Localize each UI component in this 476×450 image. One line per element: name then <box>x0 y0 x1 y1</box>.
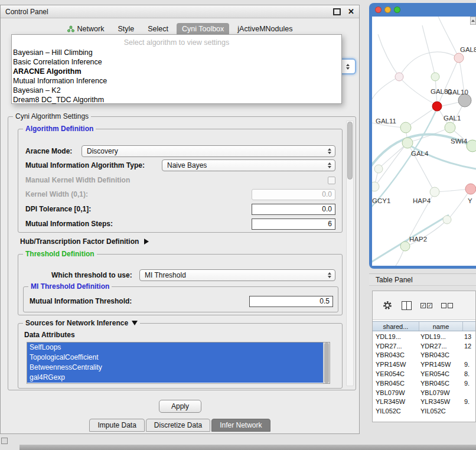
dropdown-item[interactable]: Mutual Information Inference <box>12 76 341 86</box>
collapsed-panel-strip[interactable] <box>19 445 476 450</box>
node-gal8[interactable] <box>454 53 464 63</box>
gear-icon[interactable] <box>382 300 393 311</box>
apply-button[interactable]: Apply <box>159 400 201 413</box>
table-row[interactable]: YDR27... YDR27... 12 <box>373 341 475 351</box>
cell: YIL052C <box>373 407 419 415</box>
attribute-list-scrollbar[interactable] <box>323 343 330 383</box>
dropdown-item[interactable]: Bayesian – K2 <box>12 86 341 95</box>
node-pale-3[interactable] <box>374 165 383 173</box>
data-attributes-list: SelfLoops TopologicalCoefficient Between… <box>27 342 330 384</box>
node-label: GAL10 <box>447 89 468 96</box>
select-columns-icon[interactable] <box>402 301 412 310</box>
tab-network[interactable]: Network <box>62 23 110 35</box>
sources-group-title[interactable]: Sources for Network Inference <box>23 319 140 327</box>
manual-kernel-checkbox[interactable] <box>328 177 335 184</box>
column-header-shared-name[interactable]: shared... <box>373 322 419 331</box>
column-header-name[interactable]: name <box>419 322 463 331</box>
tab-cyni-toolbox[interactable]: Cyni Toolbox <box>177 23 229 35</box>
cell: YDL19... <box>419 333 463 340</box>
aracne-mode-combo[interactable]: Discovery <box>81 145 335 157</box>
combo-arrows-icon <box>328 272 331 278</box>
float-window-icon[interactable] <box>333 8 341 15</box>
table-header-row: shared... name <box>373 321 475 331</box>
tab-jactivemnodules[interactable]: jActiveMNodules <box>232 23 298 35</box>
node-label: GAL8 <box>460 46 476 53</box>
node-gal4[interactable] <box>402 138 413 148</box>
table-row[interactable]: YDL19... YDL19... 13 <box>373 332 475 341</box>
table-body: YDL19... YDL19... 13 YDR27... YDR27... 1… <box>373 332 475 416</box>
node-gal10-hub[interactable] <box>458 94 471 107</box>
network-scroll-up-button[interactable] <box>470 17 476 25</box>
restore-panel-icon[interactable] <box>1 438 8 444</box>
threshold-definition-group: Threshold Definition Which threshold to … <box>18 254 343 315</box>
sources-group: Sources for Network Inference Data Attri… <box>18 323 343 389</box>
table-row[interactable]: YER054C YER054C 8. <box>373 369 475 379</box>
attribute-list-scrollbar-thumb[interactable] <box>324 343 329 383</box>
node-selected-red[interactable] <box>432 102 442 111</box>
close-icon[interactable]: ✕ <box>348 7 354 16</box>
cell: YLR345W <box>373 398 419 405</box>
node-pink-right[interactable] <box>465 184 476 194</box>
which-threshold-combo[interactable]: MI Threshold <box>139 269 335 281</box>
attribute-item-selected[interactable]: TopologicalCoefficient <box>27 353 323 363</box>
node-pale-4[interactable] <box>430 187 439 197</box>
table-row[interactable]: YPR145W YPR145W 9. <box>373 360 475 369</box>
zoom-traffic-icon[interactable] <box>394 6 400 13</box>
tab-impute-data[interactable]: Impute Data <box>89 419 144 432</box>
network-view-window: GAL8 GAL80 GAL10 GAL11 GAL1 SWI4 GAL4 GC… <box>369 3 476 269</box>
minimize-traffic-icon[interactable] <box>384 6 391 13</box>
table-row[interactable]: YIL052C YIL052C <box>373 406 475 416</box>
algorithm-combo-remnant[interactable] <box>341 58 356 74</box>
node-gcy1[interactable] <box>372 182 379 191</box>
cell: YDL19... <box>373 333 419 340</box>
dropdown-item[interactable]: Bayesian – Hill Climbing <box>12 48 341 57</box>
node-pale-2[interactable] <box>431 73 439 81</box>
cell: YIL052C <box>419 407 463 415</box>
node-gal1[interactable] <box>445 122 455 133</box>
cyni-algorithm-settings-group: Cyni Algorithm Settings Algorithm Defini… <box>8 116 356 390</box>
manual-kernel-label: Manual Kernel Width Definition <box>25 176 130 184</box>
mi-type-combo[interactable]: Naive Bayes <box>162 159 335 171</box>
cell: 9. <box>463 380 475 387</box>
window-traffic-lights <box>375 6 403 13</box>
node-swi4[interactable] <box>467 140 476 152</box>
table-panel-title: Table Panel <box>376 276 413 284</box>
dropdown-item-highlighted[interactable]: ARACNE Algorithm <box>12 67 341 76</box>
deselect-all-icon[interactable] <box>441 303 453 308</box>
network-canvas[interactable]: GAL8 GAL80 GAL10 GAL11 GAL1 SWI4 GAL4 GC… <box>372 17 476 266</box>
dpi-tolerance-field[interactable]: 0.0 <box>252 204 335 215</box>
column-header-cut[interactable] <box>463 322 475 331</box>
which-threshold-label: Which threshold to use: <box>51 271 132 279</box>
data-attributes-label: Data Attributes <box>24 331 75 339</box>
tab-select[interactable]: Select <box>142 23 174 35</box>
tab-infer-network[interactable]: Infer Network <box>211 419 270 432</box>
cell: YBR045C <box>419 380 463 387</box>
node-gal11[interactable] <box>400 122 411 133</box>
close-traffic-icon[interactable] <box>375 6 382 13</box>
dropdown-item[interactable]: Dream8 DC_TDC Algorithm <box>12 95 341 105</box>
mi-steps-field[interactable]: 6 <box>252 219 335 230</box>
algorithm-dropdown-popup: Select algorithm to view settings Bayesi… <box>11 34 342 104</box>
hub-definition-expander[interactable]: Hub/Transcription Factor Definition <box>20 236 149 247</box>
attribute-item-selected[interactable]: SelfLoops <box>27 343 323 353</box>
mi-threshold-field[interactable]: 0.5 <box>249 296 333 307</box>
table-row[interactable]: YBR045C YBR045C 9. <box>373 379 475 388</box>
tab-style[interactable]: Style <box>112 23 139 35</box>
table-row[interactable]: YBL079W YBL079W <box>373 388 475 397</box>
select-all-icon[interactable]: ✓ ✓ <box>420 303 432 308</box>
tab-style-label: Style <box>118 25 134 33</box>
table-row[interactable]: YBR043C YBR043C <box>373 351 475 360</box>
kernel-width-label: Kernel Width (0,1): <box>25 190 88 198</box>
table-row[interactable]: YLR345W YLR345W 9. <box>373 397 475 407</box>
cell: YBL079W <box>419 389 463 396</box>
node-hap2[interactable] <box>400 242 410 251</box>
node-pale-5[interactable] <box>443 216 451 224</box>
settings-scrollbar-thumb[interactable] <box>347 122 353 180</box>
dropdown-item[interactable]: Basic Correlation Inference <box>12 57 341 67</box>
attribute-item-selected[interactable]: gal4RGexp <box>27 373 323 383</box>
node-pale-1[interactable] <box>395 73 403 81</box>
node-label: GCY1 <box>372 197 390 204</box>
settings-scrollbar[interactable] <box>346 120 354 386</box>
attribute-item-selected[interactable]: BetweennessCentrality <box>27 363 323 373</box>
tab-discretize-data[interactable]: Discretize Data <box>146 419 210 432</box>
